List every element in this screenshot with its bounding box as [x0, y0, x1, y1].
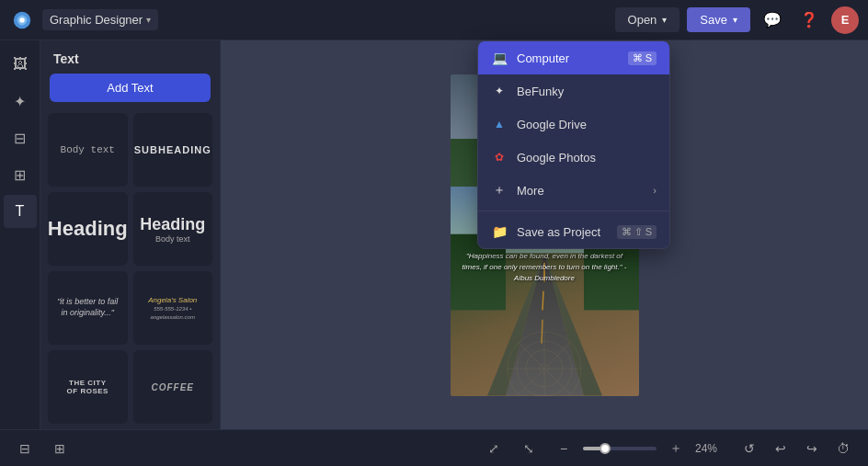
open-chevron-icon: ▾: [662, 15, 667, 25]
more-arrow-icon: ›: [653, 185, 657, 196]
text-style-cursive[interactable]: "it is better to fail in originality...": [48, 271, 128, 345]
bottombar: ⊟ ⊞ ⤢ ⤡ − ＋ 24% ↺ ↩ ↪ ⏱: [0, 429, 868, 466]
save-more-item[interactable]: ＋ More ›: [478, 174, 669, 207]
coffee-preview: COFFEE: [151, 382, 194, 392]
save-project-shortcut: ⌘ ⇧ S: [617, 225, 657, 239]
text-style-body[interactable]: Body text: [48, 113, 128, 187]
canvas-quote: "Happiness can be found, even in the dar…: [460, 251, 630, 284]
city-preview: THE CITYOF ROSES: [67, 379, 108, 395]
befunky-label: BeFunky: [517, 85, 564, 98]
zoom-slider-thumb[interactable]: [600, 443, 611, 454]
save-to-befunky-item[interactable]: ✦ BeFunky: [478, 74, 669, 108]
help-icon-button[interactable]: ❓: [794, 6, 824, 35]
project-chevron-icon: ▾: [146, 15, 151, 25]
save-button[interactable]: Save ▾: [687, 7, 750, 32]
topbar: Graphic Designer ▾ Open ▾ Save ▾ 💬 ❓ E: [0, 0, 868, 40]
computer-shortcut: ⌘ S: [628, 51, 657, 65]
sidebar-layers-icon[interactable]: ⊟: [4, 121, 37, 154]
text-style-salon[interactable]: Angela's Salon555-555-1234 • angelassalo…: [133, 271, 213, 345]
bottom-right-actions: ↺ ↩ ↪ ⏱: [736, 435, 857, 462]
zoom-slider[interactable]: [583, 447, 657, 450]
open-button[interactable]: Open ▾: [615, 7, 680, 32]
salon-preview: Angela's Salon555-555-1234 • angelassalo…: [139, 296, 208, 321]
text-style-grid: Body text SUBHEADING Heading Heading Bod…: [40, 113, 220, 429]
project-name-label: Graphic Designer: [50, 13, 143, 27]
computer-label: Computer: [517, 51, 569, 65]
heading-large-preview: Heading: [48, 217, 128, 241]
text-style-coffee[interactable]: COFFEE: [133, 350, 213, 424]
icon-sidebar: 🖼 ✦ ⊟ ⊞ T: [0, 40, 40, 429]
mandala-decoration: [498, 323, 590, 396]
subheading-preview: SUBHEADING: [134, 144, 211, 155]
zoom-in-button[interactable]: ＋: [662, 435, 690, 462]
text-panel-title: Text: [40, 40, 220, 74]
timer-button[interactable]: ⏱: [829, 435, 857, 462]
befunky-icon: ✦: [491, 83, 508, 99]
body-text-preview: Body text: [61, 144, 115, 155]
project-name-button[interactable]: Graphic Designer ▾: [42, 9, 158, 30]
app-logo[interactable]: [9, 7, 35, 33]
fit-width-button[interactable]: ⤡: [515, 435, 542, 462]
text-panel: Text Add Text Body text SUBHEADING Headi…: [40, 40, 221, 429]
save-project-icon: 📁: [491, 223, 508, 240]
text-style-heading-with-sub[interactable]: Heading Body text: [133, 192, 213, 266]
main-area: 🖼 ✦ ⊟ ⊞ T Text Add Text Body text SUBHEA…: [0, 40, 868, 429]
zoom-out-button[interactable]: −: [550, 435, 577, 462]
sidebar-photos-icon[interactable]: 🖼: [4, 48, 37, 81]
svg-line-9: [542, 291, 543, 311]
save-to-google-photos-item[interactable]: ✿ Google Photos: [478, 141, 669, 174]
save-to-google-drive-item[interactable]: ▲ Google Drive: [478, 108, 669, 141]
more-label: More: [517, 184, 544, 198]
svg-point-1: [19, 17, 25, 23]
add-text-button[interactable]: Add Text: [50, 74, 211, 102]
layers-toggle-button[interactable]: ⊟: [11, 435, 39, 462]
canvas-area[interactable]: "Happiness can be found, even in the dar…: [221, 40, 868, 429]
save-chevron-icon: ▾: [733, 15, 737, 25]
text-style-subheading[interactable]: SUBHEADING: [133, 113, 213, 187]
google-photos-label: Google Photos: [517, 151, 596, 165]
zoom-control: − ＋ 24%: [550, 435, 728, 462]
grid-toggle-button[interactable]: ⊞: [46, 435, 74, 462]
heading-sub-preview: Heading Body text: [140, 215, 205, 244]
google-drive-label: Google Drive: [517, 118, 587, 131]
sidebar-elements-icon[interactable]: ⊞: [4, 158, 37, 191]
comments-icon-button[interactable]: 💬: [758, 6, 787, 35]
save-as-project-item[interactable]: 📁 Save as Project ⌘ ⇧ S: [478, 215, 669, 248]
sidebar-text-icon[interactable]: T: [4, 195, 37, 228]
more-icon: ＋: [491, 182, 508, 199]
save-project-label: Save as Project: [517, 225, 600, 239]
text-style-city[interactable]: THE CITYOF ROSES: [48, 350, 128, 424]
text-style-heading-large[interactable]: Heading: [48, 192, 128, 266]
fit-canvas-button[interactable]: ⤢: [480, 435, 508, 462]
zoom-percent-label: 24%: [695, 442, 728, 455]
dropdown-divider: [478, 210, 669, 211]
computer-icon: 💻: [491, 50, 508, 66]
google-photos-icon: ✿: [491, 149, 508, 165]
cursive-preview: "it is better to fail in originality...": [53, 297, 122, 318]
redo-button[interactable]: ↪: [798, 435, 826, 462]
save-dropdown-menu: 💻 Computer ⌘ S ✦ BeFunky ▲ Google Drive …: [477, 40, 670, 249]
save-to-computer-item[interactable]: 💻 Computer ⌘ S: [478, 41, 669, 74]
sidebar-effects-icon[interactable]: ✦: [4, 85, 37, 118]
history-button[interactable]: ↺: [736, 435, 763, 462]
undo-button[interactable]: ↩: [767, 435, 794, 462]
google-drive-icon: ▲: [491, 116, 508, 132]
avatar[interactable]: E: [831, 6, 859, 34]
